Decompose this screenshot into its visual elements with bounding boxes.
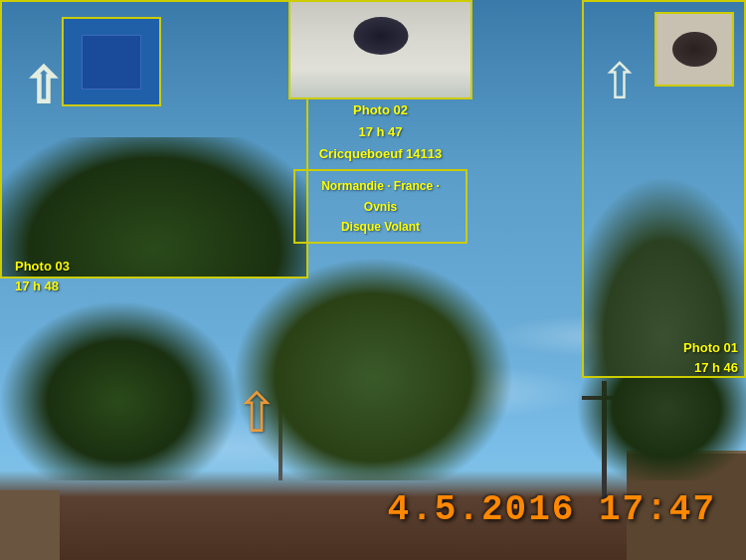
timestamp-display: 4.5.2016 17:47 xyxy=(388,489,716,530)
panel-right: ⇧ xyxy=(582,0,746,378)
power-pole xyxy=(602,381,607,500)
ufo-shape-center xyxy=(353,17,408,55)
photo02-label: Photo 02 xyxy=(293,99,467,121)
photo03-time: 17 h 48 xyxy=(15,279,59,293)
arrow-up-left-icon: ⇧ xyxy=(22,62,64,111)
panel-left: ⇧ xyxy=(0,0,308,279)
photo02-time: 17 h 47 xyxy=(293,121,467,143)
tree-center xyxy=(199,252,547,480)
photo01-name: Photo 01 xyxy=(683,340,738,355)
arrow-up-right-icon: ⇧ xyxy=(599,57,641,106)
ufo-box-left xyxy=(62,17,161,106)
arrow-orange-icon: ⇧ xyxy=(234,386,280,441)
info-line2: Disque Volant xyxy=(305,217,456,237)
main-scene: ⇧ Photo 02 17 h 47 Cricqueboeuf 14113 No… xyxy=(0,0,746,560)
photo03-label-block: Photo 03 17 h 48 xyxy=(15,257,70,295)
ufo-image-left xyxy=(82,35,141,90)
info-line1: Normandie · France · Ovnis xyxy=(305,176,456,217)
ufo-image-center xyxy=(353,17,408,57)
photo01-label-block: Photo 01 17 h 46 xyxy=(683,338,738,377)
photo01-time: 17 h 46 xyxy=(694,360,738,375)
photo02-text-block: Photo 02 17 h 47 Cricqueboeuf 14113 Norm… xyxy=(293,99,467,244)
panel-left-tree xyxy=(2,137,306,277)
photo02-location: Cricqueboeuf 14113 xyxy=(293,143,467,165)
tree-left xyxy=(0,281,249,480)
building-left xyxy=(0,490,60,560)
ufo-image-right xyxy=(672,32,717,67)
info-box: Normandie · France · Ovnis Disque Volant xyxy=(293,169,467,244)
pole-arm xyxy=(582,396,627,400)
ufo-box-right xyxy=(654,12,734,87)
panel-center xyxy=(288,0,472,99)
photo03-name: Photo 03 xyxy=(15,259,70,274)
